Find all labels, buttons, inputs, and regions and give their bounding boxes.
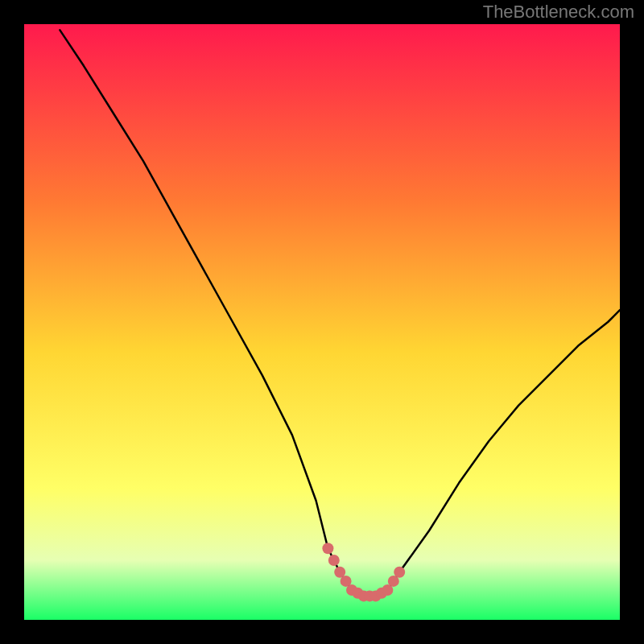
chart-svg bbox=[0, 0, 644, 644]
svg-point-12 bbox=[394, 567, 405, 578]
svg-point-0 bbox=[322, 543, 333, 554]
bottleneck-chart: TheBottleneck.com bbox=[0, 0, 644, 644]
svg-point-1 bbox=[328, 555, 340, 566]
